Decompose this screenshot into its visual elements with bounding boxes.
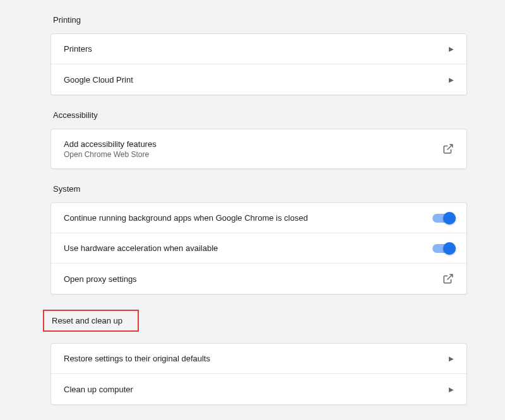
row-printers[interactable]: Printers ▶ — [51, 34, 466, 64]
section-printing: Printing Printers ▶ Google Cloud Print ▶ — [50, 15, 467, 95]
chevron-right-icon: ▶ — [449, 355, 454, 362]
external-link-icon — [443, 273, 454, 284]
chevron-right-icon: ▶ — [449, 386, 454, 393]
section-title-accessibility: Accessibility — [50, 110, 467, 120]
card-printing: Printers ▶ Google Cloud Print ▶ — [50, 33, 467, 95]
section-title-reset: Reset and clean up — [43, 310, 139, 332]
card-accessibility: Add accessibility features Open Chrome W… — [50, 129, 467, 169]
section-title-system: System — [50, 184, 467, 194]
svg-line-0 — [448, 144, 453, 149]
row-label: Printers — [64, 44, 92, 54]
card-reset: Restore settings to their original defau… — [50, 343, 467, 405]
external-link-icon — [443, 143, 454, 155]
toggle-background-apps[interactable] — [432, 214, 454, 223]
section-accessibility: Accessibility Add accessibility features… — [50, 110, 467, 169]
row-label: Restore settings to their original defau… — [64, 354, 210, 363]
section-title-printing: Printing — [50, 15, 467, 25]
row-label: Continue running background apps when Go… — [64, 213, 308, 223]
row-proxy-settings[interactable]: Open proxy settings — [51, 264, 466, 294]
row-label: Add accessibility features — [64, 139, 157, 149]
row-label: Google Cloud Print — [64, 75, 133, 85]
card-system: Continue running background apps when Go… — [50, 202, 467, 295]
row-label: Use hardware acceleration when available — [64, 243, 218, 253]
row-label: Clean up computer — [64, 385, 133, 394]
toggle-hardware-acceleration[interactable] — [432, 244, 454, 253]
row-clean-up-computer[interactable]: Clean up computer ▶ — [51, 374, 466, 404]
row-restore-defaults[interactable]: Restore settings to their original defau… — [51, 344, 466, 374]
svg-line-1 — [448, 274, 453, 279]
row-sublabel: Open Chrome Web Store — [64, 150, 157, 159]
chevron-right-icon: ▶ — [449, 76, 454, 83]
row-google-cloud-print[interactable]: Google Cloud Print ▶ — [51, 64, 466, 95]
row-background-apps[interactable]: Continue running background apps when Go… — [51, 203, 466, 233]
section-system: System Continue running background apps … — [50, 184, 467, 295]
row-label: Open proxy settings — [64, 274, 137, 284]
chevron-right-icon: ▶ — [449, 45, 454, 52]
section-reset: Reset and clean up Restore settings to t… — [50, 310, 467, 405]
row-add-accessibility-features[interactable]: Add accessibility features Open Chrome W… — [51, 129, 466, 168]
row-hardware-acceleration[interactable]: Use hardware acceleration when available — [51, 233, 466, 264]
